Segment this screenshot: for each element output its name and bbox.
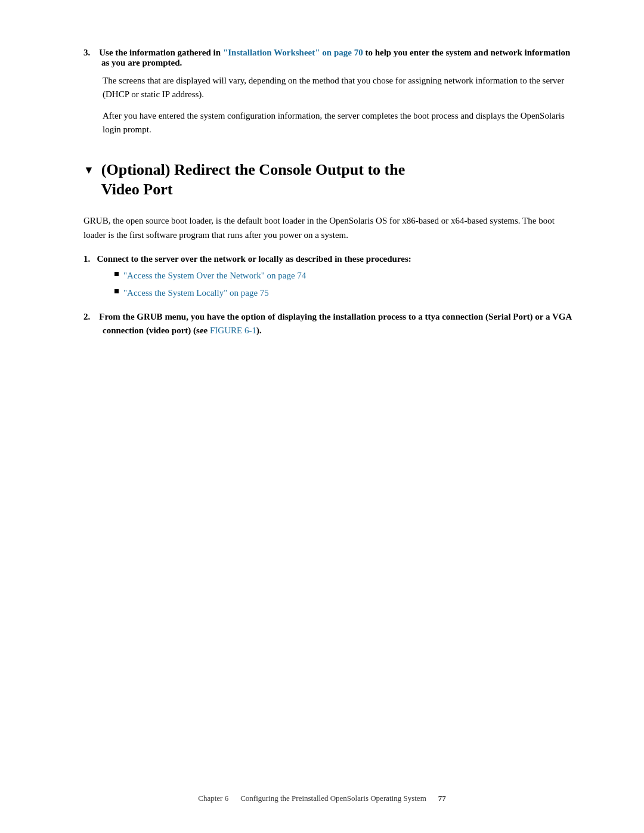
step-3-para2: After you have entered the system config… bbox=[103, 109, 572, 137]
steps-list: 1. Connect to the server over the networ… bbox=[83, 254, 572, 338]
step-2-header: 2. From the GRUB menu, you have the opti… bbox=[83, 310, 572, 338]
step-2: 2. From the GRUB menu, you have the opti… bbox=[83, 310, 572, 338]
footer: Chapter 6 Configuring the Preinstalled O… bbox=[0, 794, 644, 803]
installation-worksheet-link[interactable]: "Installation Worksheet" on page 70 bbox=[223, 48, 363, 57]
section-title: (Optional) Redirect the Console Output t… bbox=[101, 160, 405, 199]
bullet-square-icon-2 bbox=[114, 289, 119, 293]
step-3-number: 3. bbox=[83, 48, 90, 57]
bullet-item-2: "Access the System Locally" on page 75 bbox=[114, 286, 572, 300]
page: 3. Use the information gathered in "Inst… bbox=[0, 0, 644, 833]
step-3-header: 3. Use the information gathered in "Inst… bbox=[83, 48, 572, 68]
step-3-item: 3. Use the information gathered in "Inst… bbox=[83, 48, 572, 137]
step-3-bold-prefix: Use the information gathered in bbox=[99, 48, 223, 57]
top-content: 3. Use the information gathered in "Inst… bbox=[83, 48, 572, 137]
step-2-number: 2. bbox=[83, 312, 90, 321]
step-1-bold-text: Connect to the server over the network o… bbox=[97, 254, 411, 264]
section-heading: ▼ (Optional) Redirect the Console Output… bbox=[83, 160, 572, 199]
step-1-header: 1. Connect to the server over the networ… bbox=[83, 254, 572, 264]
step-3-body: The screens that are displayed will vary… bbox=[83, 74, 572, 137]
section-title-line1: (Optional) Redirect the Console Output t… bbox=[101, 160, 405, 180]
access-locally-link[interactable]: "Access the System Locally" on page 75 bbox=[123, 286, 269, 300]
step-3-para1: The screens that are displayed will vary… bbox=[103, 74, 572, 102]
section-intro-body: GRUB, the open source boot loader, is th… bbox=[83, 213, 572, 242]
figure-6-1-link[interactable]: FIGURE 6-1 bbox=[210, 326, 256, 335]
section-title-line2: Video Port bbox=[101, 180, 405, 200]
triangle-icon: ▼ bbox=[83, 164, 94, 176]
step-1: 1. Connect to the server over the networ… bbox=[83, 254, 572, 299]
step-1-number: 1. bbox=[83, 254, 90, 264]
section-intro-para: GRUB, the open source boot loader, is th… bbox=[83, 213, 572, 242]
footer-title: Configuring the Preinstalled OpenSolaris… bbox=[240, 794, 426, 803]
bullet-item-1: "Access the System Over the Network" on … bbox=[114, 269, 572, 283]
footer-page: 77 bbox=[438, 794, 446, 803]
step-1-bullets: "Access the System Over the Network" on … bbox=[95, 269, 572, 299]
step-2-bold-text: From the GRUB menu, you have the option … bbox=[97, 312, 572, 335]
access-network-link[interactable]: "Access the System Over the Network" on … bbox=[123, 269, 306, 283]
footer-chapter: Chapter 6 bbox=[198, 794, 228, 803]
bullet-square-icon-1 bbox=[114, 272, 119, 276]
